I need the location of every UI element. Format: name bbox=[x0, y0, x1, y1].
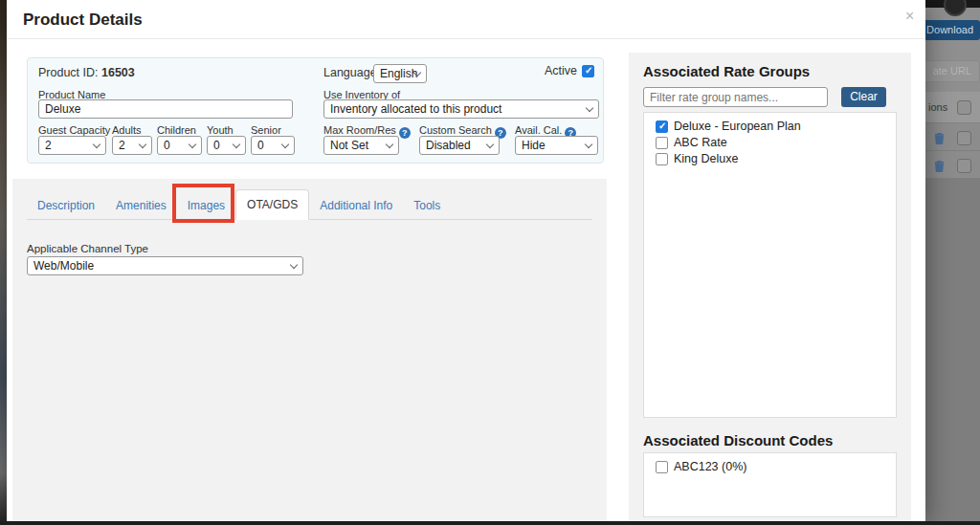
senior-select[interactable]: 0 bbox=[251, 136, 295, 155]
active-checkbox[interactable] bbox=[582, 65, 594, 77]
rate-group-checkbox[interactable] bbox=[656, 137, 668, 149]
rate-group-checkbox[interactable] bbox=[656, 153, 668, 165]
guest-capacity-value: 2 bbox=[45, 139, 52, 152]
adults-select[interactable]: 2 bbox=[112, 136, 152, 155]
tab-description[interactable]: Description bbox=[27, 191, 105, 220]
product-id: Product ID: 16503 bbox=[38, 66, 135, 79]
chevron-down-icon bbox=[189, 141, 196, 148]
tab-tools[interactable]: Tools bbox=[403, 191, 451, 220]
language-select[interactable]: English bbox=[373, 64, 427, 83]
max-room-res-select[interactable]: Not Set bbox=[323, 136, 399, 155]
rate-groups-list: Deluxe - European Plan ABC Rate King Del… bbox=[643, 112, 897, 418]
children-label: Children bbox=[157, 124, 196, 136]
chevron-down-icon bbox=[486, 141, 494, 148]
list-item: ABC Rate bbox=[656, 136, 896, 149]
channel-type-label: Applicable Channel Type bbox=[27, 243, 148, 254]
chevron-down-icon bbox=[233, 141, 240, 148]
active-label: Active bbox=[545, 64, 577, 77]
youth-value: 0 bbox=[213, 139, 220, 152]
use-inventory-select[interactable]: Inventory allocated to this product bbox=[323, 99, 599, 119]
tab-section: Description Amenities Images OTA/GDS Add… bbox=[12, 179, 607, 521]
product-id-label: Product ID: bbox=[38, 66, 99, 79]
tab-amenities[interactable]: Amenities bbox=[105, 191, 177, 220]
youth-label: Youth bbox=[207, 124, 234, 136]
product-details-modal: Product Details × Product ID: 16503 Lang… bbox=[7, 0, 925, 521]
select-all-checkbox[interactable] bbox=[957, 100, 971, 115]
max-room-res-text: Max Room/Res bbox=[323, 124, 396, 136]
senior-value: 0 bbox=[257, 139, 264, 152]
guest-capacity-select[interactable]: 2 bbox=[38, 136, 106, 155]
trash-icon[interactable] bbox=[934, 131, 945, 148]
screen: Download ate URL ions Product Details × … bbox=[0, 0, 980, 525]
rate-group-filter-input[interactable] bbox=[643, 87, 828, 107]
chevron-down-icon bbox=[585, 141, 592, 148]
tab-ota-gds[interactable]: OTA/GDS bbox=[235, 189, 309, 220]
guest-capacity-label: Guest Capacity bbox=[38, 124, 110, 136]
children-value: 0 bbox=[164, 139, 170, 152]
background-table-header: ions bbox=[925, 92, 980, 123]
clear-button[interactable]: Clear bbox=[841, 87, 886, 107]
chevron-down-icon bbox=[586, 104, 593, 112]
list-item: ABC123 (0%) bbox=[656, 460, 896, 473]
table-row bbox=[925, 151, 980, 179]
rate-group-checkbox[interactable] bbox=[656, 120, 668, 133]
help-icon[interactable]: ? bbox=[399, 127, 411, 139]
active-toggle: Active bbox=[545, 64, 594, 77]
language-value: English bbox=[380, 67, 417, 80]
channel-type-select[interactable]: Web/Mobile bbox=[27, 256, 303, 275]
rate-group-label: ABC Rate bbox=[674, 136, 727, 149]
avail-cal-select[interactable]: Hide bbox=[515, 136, 598, 155]
associations-panel: Associated Rate Groups Clear Deluxe - Eu… bbox=[629, 53, 911, 521]
adults-value: 2 bbox=[119, 139, 125, 152]
custom-search-value: Disabled bbox=[426, 139, 471, 152]
children-select[interactable]: 0 bbox=[157, 136, 202, 155]
chevron-down-icon bbox=[281, 141, 289, 148]
rate-group-label: Deluxe - European Plan bbox=[674, 120, 801, 133]
list-item: Deluxe - European Plan bbox=[656, 120, 896, 133]
chevron-down-icon bbox=[139, 141, 146, 148]
custom-search-select[interactable]: Disabled bbox=[419, 136, 500, 155]
background-left-edge bbox=[0, 0, 7, 525]
product-id-value: 16503 bbox=[101, 66, 135, 79]
discount-codes-list: ABC123 (0%) bbox=[643, 452, 897, 517]
language-label: Language: bbox=[323, 66, 380, 79]
max-room-res-value: Not Set bbox=[330, 139, 368, 152]
tab-images[interactable]: Images bbox=[177, 191, 235, 220]
youth-select[interactable]: 0 bbox=[207, 136, 246, 155]
modal-title: Product Details bbox=[23, 11, 143, 30]
chevron-down-icon bbox=[93, 141, 100, 148]
tab-bar: Description Amenities Images OTA/GDS Add… bbox=[27, 190, 592, 220]
channel-type-value: Web/Mobile bbox=[33, 259, 94, 273]
tab-additional-info[interactable]: Additional Info bbox=[309, 191, 403, 220]
close-icon[interactable]: × bbox=[905, 8, 914, 25]
discount-code-checkbox[interactable] bbox=[656, 461, 668, 473]
discount-code-label: ABC123 (0%) bbox=[674, 460, 746, 473]
custom-search-text: Custom Search bbox=[419, 124, 492, 136]
chevron-down-icon bbox=[290, 261, 298, 269]
senior-label: Senior bbox=[251, 124, 281, 136]
trash-icon[interactable] bbox=[934, 159, 945, 176]
row-checkbox[interactable] bbox=[957, 159, 971, 173]
background-bottom-edge bbox=[0, 521, 980, 525]
product-name-input[interactable] bbox=[38, 99, 293, 119]
rate-group-label: King Deluxe bbox=[674, 152, 738, 165]
chevron-down-icon bbox=[386, 141, 393, 148]
product-info-panel: Product ID: 16503 Language: English Acti… bbox=[27, 57, 604, 164]
avail-cal-text: Avail. Cal. bbox=[515, 124, 562, 136]
row-checkbox[interactable] bbox=[957, 131, 971, 145]
rate-groups-title: Associated Rate Groups bbox=[643, 63, 810, 79]
discount-codes-title: Associated Discount Codes bbox=[643, 432, 833, 448]
avail-cal-value: Hide bbox=[522, 139, 546, 152]
use-inventory-value: Inventory allocated to this product bbox=[330, 102, 501, 116]
list-item: King Deluxe bbox=[656, 152, 896, 165]
adults-label: Adults bbox=[112, 124, 142, 136]
actions-column-label: ions bbox=[928, 101, 947, 113]
table-row bbox=[925, 123, 980, 151]
header-divider bbox=[7, 38, 925, 39]
